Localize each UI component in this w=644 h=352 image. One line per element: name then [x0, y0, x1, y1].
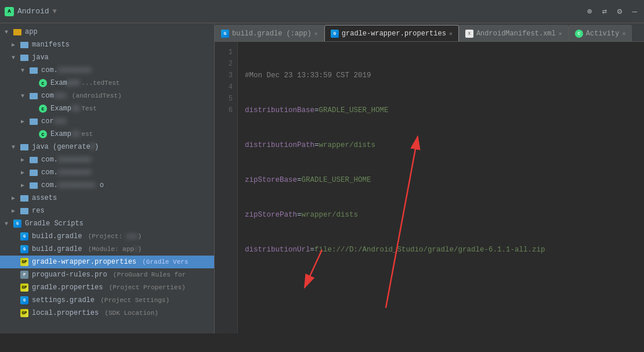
sidebar-item-java[interactable]: ▼ java — [0, 51, 214, 64]
expand-arrow: ▼ — [21, 93, 27, 99]
folder-icon-com2 — [30, 93, 38, 99]
expand-arrow: ▶ — [12, 195, 17, 202]
sidebar-item-com1[interactable]: ▼ com.xxxxxxxx — [0, 64, 214, 77]
android-icon: A — [5, 7, 14, 16]
sidebar-item-examtest3[interactable]: ▶ C Exampleest — [0, 128, 214, 141]
tab-build-gradle-app[interactable]: G build.gradle (:app) ✕ — [215, 25, 324, 41]
gradle-icon2: G — [20, 245, 28, 253]
tab-label-build-gradle-app: build.gradle (:app) — [232, 30, 312, 38]
sidebar-item-com-gen2[interactable]: ▶ com.xxxxxxxx — [0, 166, 214, 179]
item-label-build-gradle-module: build.gradle (Module: appx) — [32, 245, 142, 253]
title-bar: A Android ▼ ⊕ ⇄ ⚙ — — [0, 0, 644, 23]
sidebar-item-manifests[interactable]: ▶ manifests — [0, 38, 214, 51]
sidebar-item-gradle-scripts[interactable]: ▼ G Gradle Scripts — [0, 217, 214, 230]
folder-icon-gen2 — [30, 170, 38, 176]
code-eq-2: = — [314, 105, 319, 116]
file-tree-sidebar: ▼ app ▶ manifests ▼ java ▼ com.xxxxxxxx … — [0, 23, 215, 333]
tab-icon-gradle-wrapper: G — [331, 30, 339, 38]
sidebar-item-gradle-wrapper-props[interactable]: ▶ GP gradle-wrapper.properties (Gradle V… — [0, 256, 214, 268]
code-line-2: distributionBase=GRADLE_USER_HOME — [245, 105, 637, 116]
item-label-examtest1: Example...tedTest — [50, 79, 120, 87]
folder-icon-com1 — [30, 67, 38, 74]
code-val-3: wrapper/dists — [319, 139, 376, 151]
item-label-examtest3: Exampleest — [50, 130, 93, 138]
minimize-icon[interactable]: — — [630, 7, 639, 16]
tab-close-gradle-wrapper[interactable]: ✕ — [449, 30, 453, 37]
code-line-3: distributionPath=wrapper/dists — [245, 139, 637, 151]
expand-arrow: ▼ — [21, 67, 27, 74]
tab-close-build-gradle-app[interactable]: ✕ — [314, 30, 318, 37]
code-val-4: GRADLE_USER_HOME — [302, 174, 371, 186]
title-dropdown-arrow[interactable]: ▼ — [53, 8, 57, 16]
expand-arrow: ▶ — [12, 207, 17, 214]
gradle-scripts-icon: G — [13, 220, 21, 228]
code-val-6: file:///D:/Android_Studio/gradle/gradle-… — [314, 244, 545, 256]
tab-close-android-manifest[interactable]: ✕ — [559, 30, 562, 37]
sidebar-item-build-gradle-module[interactable]: ▶ G build.gradle (Module: appx) — [0, 243, 214, 256]
sync-icon[interactable]: ⇄ — [600, 7, 609, 16]
code-val-2: GRADLE_USER_HOME — [319, 105, 389, 116]
settings-gradle-icon: G — [20, 296, 28, 304]
sidebar-item-proguard[interactable]: ▶ P proguard-rules.pro (ProGuard Rules f… — [0, 268, 214, 281]
code-content[interactable]: #Mon Dec 23 13:33:59 CST 2019 distributi… — [238, 42, 644, 333]
file-icon-java2: C — [39, 105, 47, 113]
project-title: Android — [17, 7, 49, 16]
code-key-2: distributionBase — [245, 105, 314, 116]
sidebar-item-res[interactable]: ▶ res — [0, 204, 214, 217]
title-bar-left: A Android ▼ — [5, 7, 121, 16]
sidebar-item-build-gradle-project[interactable]: ▶ G build.gradle (Project: xxx) — [0, 230, 214, 243]
tab-android-manifest[interactable]: X AndroidManifest.xml ✕ — [459, 25, 569, 41]
code-comment-1: #Mon Dec 23 13:33:59 CST 2019 — [245, 70, 371, 81]
sidebar-item-settings-gradle[interactable]: ▶ G settings.gradle (Project Settings) — [0, 294, 214, 307]
code-key-3: distributionPath — [245, 139, 314, 151]
expand-arrow: ▶ — [21, 118, 27, 125]
sidebar-item-local-properties[interactable]: ▶ GP local.properties (SDK Location) — [0, 307, 214, 319]
tab-gradle-wrapper[interactable]: G gradle-wrapper.properties ✕ — [324, 25, 459, 41]
sidebar-item-com-gen3[interactable]: ▶ com.xxxxxxxxx o — [0, 179, 214, 192]
item-label-local-properties: local.properties (SDK Location) — [32, 309, 158, 317]
code-line-4: zipStoreBase=GRADLE_USER_HOME — [245, 174, 637, 186]
item-label-java: java — [32, 53, 49, 62]
tab-icon-gradle-app: G — [221, 30, 229, 38]
expand-arrow: ▼ — [12, 55, 17, 61]
sidebar-item-com2[interactable]: ▼ comxxx (androidTest) — [0, 89, 214, 102]
sidebar-item-examtest2[interactable]: ▶ C ExampleTest — [0, 102, 214, 115]
expand-arrow: ▼ — [5, 221, 10, 227]
tab-icon-activity: C — [575, 30, 583, 38]
file-icon-java: C — [39, 79, 47, 87]
item-label-settings-gradle: settings.gradle (Project Settings) — [32, 296, 169, 304]
expand-arrow: ▶ — [21, 182, 27, 189]
gradle-icon: G — [20, 232, 28, 240]
tabs-bar: G build.gradle (:app) ✕ G gradle-wrapper… — [215, 23, 644, 42]
sidebar-item-examtest1[interactable]: ▶ C Example...tedTest — [0, 77, 214, 89]
code-line-5: zipStorePath=wrapper/dists — [245, 209, 637, 221]
item-label-res: res — [32, 207, 45, 215]
item-label-app: app — [25, 28, 38, 36]
expand-arrow: ▶ — [21, 156, 27, 163]
settings-icon[interactable]: ⚙ — [615, 7, 624, 16]
gradle-props-icon2: GP — [20, 283, 28, 292]
toolbar-icons: ⊕ ⇄ ⚙ — — [585, 7, 639, 16]
sidebar-item-java-generated[interactable]: ▼ java (generated) — [0, 141, 214, 153]
sidebar-item-com3[interactable]: ▶ corxxx — [0, 115, 214, 128]
folder-icon-manifests — [20, 42, 28, 48]
code-eq-3: = — [314, 139, 319, 151]
tab-label-activity: Activity — [586, 30, 620, 38]
sidebar-item-gradle-properties[interactable]: ▶ GP gradle.properties (Project Properti… — [0, 281, 214, 294]
add-files-icon[interactable]: ⊕ — [585, 7, 594, 16]
expand-arrow: ▶ — [21, 169, 27, 176]
item-label-proguard: proguard-rules.pro (ProGuard Rules for — [32, 271, 186, 279]
code-editor[interactable]: 1 2 3 4 5 6 #Mon Dec 23 13:33:59 CST 201… — [215, 42, 644, 333]
tab-activity[interactable]: C Activity ✕ — [569, 25, 632, 41]
folder-icon-gen3 — [30, 182, 38, 189]
item-label-com1: com.xxxxxxxx — [41, 66, 91, 74]
folder-icon-java-gen — [20, 144, 28, 150]
sidebar-item-app[interactable]: ▼ app — [0, 26, 214, 38]
item-label-gradle-scripts: Gradle Scripts — [25, 220, 84, 228]
expand-arrow: ▼ — [5, 29, 10, 35]
item-label-gradle-properties: gradle.properties (Project Properties) — [32, 283, 186, 292]
sidebar-item-assets[interactable]: ▶ assets — [0, 192, 214, 204]
item-label-gen3: com.xxxxxxxxx o — [41, 181, 104, 189]
tab-close-activity[interactable]: ✕ — [622, 30, 625, 37]
sidebar-item-com-gen1[interactable]: ▶ com.xxxxxxxx — [0, 153, 214, 166]
